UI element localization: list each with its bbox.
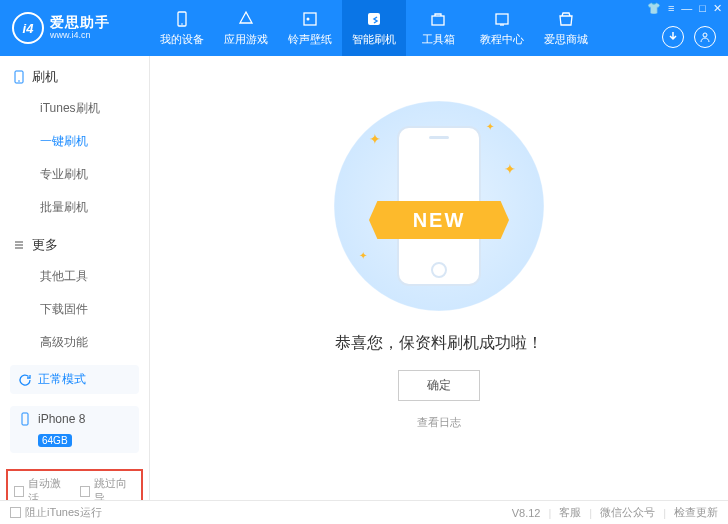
- menu-lines-icon: [12, 238, 26, 252]
- maximize-icon[interactable]: □: [699, 2, 706, 15]
- sidebar-item[interactable]: 其他工具: [0, 260, 149, 293]
- svg-rect-10: [22, 413, 28, 425]
- sidebar-item[interactable]: 高级功能: [0, 326, 149, 359]
- mode-indicator[interactable]: 正常模式: [10, 365, 139, 394]
- sidebar-item[interactable]: 批量刷机: [0, 191, 149, 224]
- logo-icon: i4: [12, 12, 44, 44]
- success-illustration: NEW ✦ ✦ ✦ ✦: [334, 101, 544, 311]
- top-tab-label: 工具箱: [422, 32, 455, 47]
- app-name: 爱思助手: [50, 15, 110, 30]
- view-logs-link[interactable]: 查看日志: [417, 415, 461, 430]
- tools-icon: [429, 10, 447, 28]
- svg-rect-2: [304, 13, 316, 25]
- sidebar-item[interactable]: 一键刷机: [0, 125, 149, 158]
- top-tab-label: 教程中心: [480, 32, 524, 47]
- minimize-icon[interactable]: —: [681, 2, 692, 15]
- confirm-button[interactable]: 确定: [398, 370, 480, 401]
- refresh-icon: [18, 373, 32, 387]
- top-tab-store[interactable]: 爱思商城: [534, 0, 598, 56]
- top-tab-label: 智能刷机: [352, 32, 396, 47]
- top-tab-device[interactable]: 我的设备: [150, 0, 214, 56]
- user-icon[interactable]: [694, 26, 716, 48]
- logo-area: i4 爱思助手 www.i4.cn: [0, 12, 150, 44]
- top-tab-tools[interactable]: 工具箱: [406, 0, 470, 56]
- mode-label: 正常模式: [38, 371, 86, 388]
- sidebar: 刷机 iTunes刷机一键刷机专业刷机批量刷机 更多 其他工具下载固件高级功能 …: [0, 56, 150, 500]
- svg-point-9: [18, 80, 20, 82]
- sidebar-section-title: 刷机: [32, 68, 58, 86]
- footer: 阻止iTunes运行 V8.12 | 客服 | 微信公众号 | 检查更新: [0, 500, 728, 524]
- sidebar-item[interactable]: iTunes刷机: [0, 92, 149, 125]
- svg-point-3: [307, 17, 310, 20]
- block-itunes-checkbox[interactable]: 阻止iTunes运行: [10, 505, 102, 520]
- sidebar-item[interactable]: 下载固件: [0, 293, 149, 326]
- phone-icon: [12, 70, 26, 84]
- phone-small-icon: [18, 412, 32, 426]
- svg-point-7: [703, 33, 707, 37]
- download-icon[interactable]: [662, 26, 684, 48]
- top-tab-label: 爱思商城: [544, 32, 588, 47]
- sidebar-section-title: 更多: [32, 236, 58, 254]
- top-tab-apps[interactable]: 应用游戏: [214, 0, 278, 56]
- window-controls: 👕 ≡ — □ ✕: [647, 2, 722, 15]
- app-site: www.i4.cn: [50, 31, 110, 41]
- skin-icon[interactable]: 👕: [647, 2, 661, 15]
- new-ribbon: NEW: [369, 201, 509, 239]
- device-icon: [173, 10, 191, 28]
- tutorial-icon: [493, 10, 511, 28]
- top-tabs: 我的设备应用游戏铃声壁纸智能刷机工具箱教程中心爱思商城: [150, 0, 598, 56]
- top-tab-media[interactable]: 铃声壁纸: [278, 0, 342, 56]
- svg-point-1: [181, 23, 183, 25]
- device-indicator[interactable]: iPhone 8 64GB: [10, 406, 139, 453]
- storage-badge: 64GB: [38, 434, 72, 447]
- footer-link-update[interactable]: 检查更新: [674, 505, 718, 520]
- top-tab-label: 我的设备: [160, 32, 204, 47]
- apps-icon: [237, 10, 255, 28]
- success-message: 恭喜您，保资料刷机成功啦！: [335, 333, 543, 354]
- top-tab-label: 铃声壁纸: [288, 32, 332, 47]
- store-icon: [557, 10, 575, 28]
- app-header: i4 爱思助手 www.i4.cn 我的设备应用游戏铃声壁纸智能刷机工具箱教程中…: [0, 0, 728, 56]
- top-tab-tutorial[interactable]: 教程中心: [470, 0, 534, 56]
- footer-link-support[interactable]: 客服: [559, 505, 581, 520]
- top-tab-flash[interactable]: 智能刷机: [342, 0, 406, 56]
- svg-rect-6: [496, 14, 508, 24]
- version-label: V8.12: [512, 507, 541, 519]
- svg-rect-5: [432, 16, 444, 25]
- top-tab-label: 应用游戏: [224, 32, 268, 47]
- menu-icon[interactable]: ≡: [668, 2, 674, 15]
- footer-link-wechat[interactable]: 微信公众号: [600, 505, 655, 520]
- sidebar-item[interactable]: 专业刷机: [0, 158, 149, 191]
- sidebar-section-more: 更多: [0, 224, 149, 260]
- main-content: NEW ✦ ✦ ✦ ✦ 恭喜您，保资料刷机成功啦！ 确定 查看日志: [150, 56, 728, 500]
- media-icon: [301, 10, 319, 28]
- device-name: iPhone 8: [38, 412, 85, 426]
- sidebar-section-flash: 刷机: [0, 56, 149, 92]
- flash-icon: [365, 10, 383, 28]
- close-icon[interactable]: ✕: [713, 2, 722, 15]
